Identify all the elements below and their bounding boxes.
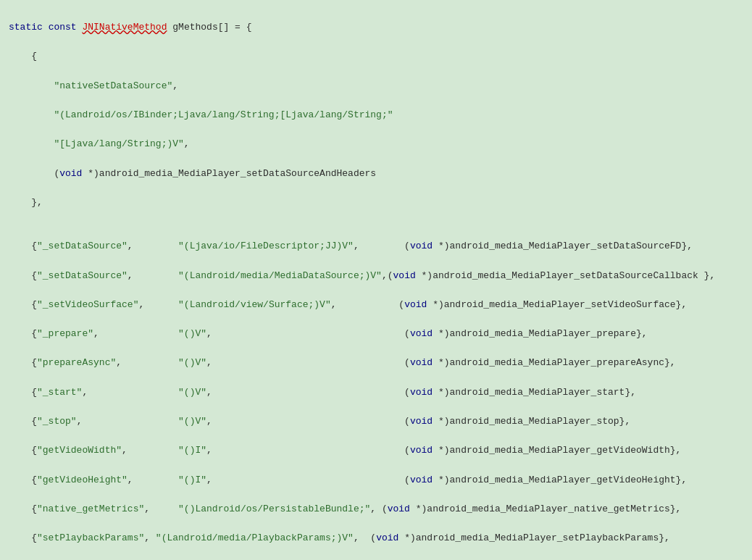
kw-19: void <box>376 532 398 543</box>
line-11: {"_setVideoSurface", "(Landroid/view/Sur… <box>9 298 743 312</box>
string-3: "[Ljava/lang/String;)V" <box>54 138 183 149</box>
kw-12: void <box>410 328 433 339</box>
line-6: (void *)android_media_MediaPlayer_setDat… <box>9 167 743 181</box>
s-14a: "_start" <box>37 387 82 398</box>
kw-15: void <box>410 416 433 427</box>
s-18a: "native_getMetrics" <box>37 503 144 514</box>
s-12b: "()V" <box>178 328 206 339</box>
s-12a: "_prepare" <box>37 328 93 339</box>
line-4: "(Landroid/os/IBinder;Ljava/lang/String;… <box>9 108 743 122</box>
line-19: {"setPlaybackParams", "(Landroid/media/P… <box>9 531 743 546</box>
line-16: {"getVideoWidth", "()I", (void *)android… <box>9 443 743 458</box>
line-17: {"getVideoHeight", "()I", (void *)androi… <box>9 473 743 488</box>
s-11b: "(Landroid/view/Surface;)V" <box>178 299 331 310</box>
kw-16: void <box>410 445 433 456</box>
s-19a: "setPlaybackParams" <box>37 532 144 543</box>
line-15: {"_stop", "()V", (void *)android_media_M… <box>9 414 743 429</box>
line-18: {"native_getMetrics", "()Landroid/os/Per… <box>9 502 743 517</box>
s-10b: "(Landroid/media/MediaDataSource;)V" <box>178 270 382 281</box>
line-13: {"prepareAsync", "()V", (void *)android_… <box>9 356 743 370</box>
type-jninativemethod: JNINativeMethod <box>82 22 167 33</box>
kw-10: void <box>393 270 416 281</box>
s-11a: "_setVideoSurface" <box>37 299 138 310</box>
s-9a: "_setDataSource" <box>37 241 128 251</box>
code-viewer: static const JNINativeMethod gMethods[] … <box>9 6 743 560</box>
s-17a: "getVideoHeight" <box>37 475 128 485</box>
s-16a: "getVideoWidth" <box>37 445 122 456</box>
line-14: {"_start", "()V", (void *)android_media_… <box>9 385 743 400</box>
s-17b: "()I" <box>178 475 206 485</box>
line-9: {"_setDataSource", "(Ljava/io/FileDescri… <box>9 239 743 254</box>
s-19b: "(Landroid/media/PlaybackParams;)V" <box>156 532 354 543</box>
keyword-static: static <box>9 22 43 33</box>
line-3: "nativeSetDataSource", <box>9 79 743 93</box>
s-13b: "()V" <box>178 357 206 368</box>
kw-18: void <box>388 503 410 514</box>
s-15a: "_stop" <box>37 416 77 427</box>
line-7: }, <box>9 196 743 210</box>
s-13a: "prepareAsync" <box>37 357 116 368</box>
kw-17: void <box>410 475 433 485</box>
s-18b: "()Landroid/os/PersistableBundle;" <box>178 503 370 514</box>
line-10: {"_setDataSource", "(Landroid/media/Medi… <box>9 269 743 283</box>
s-15b: "()V" <box>178 416 206 427</box>
s-16b: "()I" <box>178 445 206 456</box>
string-2: "(Landroid/os/IBinder;Ljava/lang/String;… <box>54 109 393 120</box>
keyword-void-1: void <box>59 168 82 179</box>
s-14b: "()V" <box>178 387 206 398</box>
kw-11: void <box>404 299 427 310</box>
line-2: { <box>9 49 743 64</box>
keyword-const: const <box>49 22 77 33</box>
line-1: static const JNINativeMethod gMethods[] … <box>9 20 743 35</box>
kw-14: void <box>410 387 433 398</box>
kw-13: void <box>410 357 433 368</box>
string-1: "nativeSetDataSource" <box>54 80 172 91</box>
kw-9: void <box>410 241 433 251</box>
line-5: "[Ljava/lang/String;)V", <box>9 137 743 151</box>
s-10a: "_setDataSource" <box>37 270 128 281</box>
s-9b: "(Ljava/io/FileDescriptor;JJ)V" <box>178 241 354 251</box>
line-12: {"_prepare", "()V", (void *)android_medi… <box>9 327 743 341</box>
